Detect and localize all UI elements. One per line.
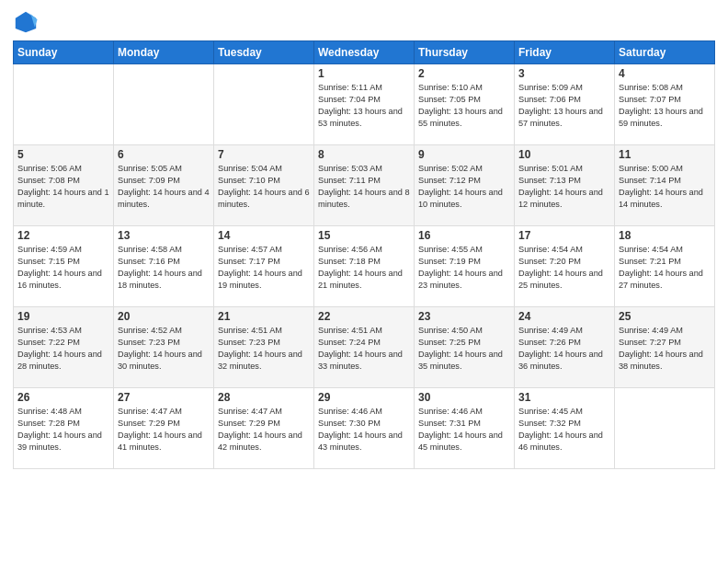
calendar-cell: 31Sunrise: 4:45 AM Sunset: 7:32 PM Dayli… [515, 388, 615, 469]
cell-content: Sunrise: 4:54 AM Sunset: 7:21 PM Dayligh… [619, 244, 711, 292]
day-number: 4 [619, 67, 711, 80]
calendar-cell: 2Sunrise: 5:10 AM Sunset: 7:05 PM Daylig… [415, 64, 515, 145]
day-number: 21 [218, 310, 310, 323]
weekday-header-friday: Friday [515, 41, 615, 64]
cell-content: Sunrise: 4:52 AM Sunset: 7:23 PM Dayligh… [118, 325, 210, 373]
day-number: 11 [619, 148, 711, 161]
cell-content: Sunrise: 5:10 AM Sunset: 7:05 PM Dayligh… [418, 82, 510, 130]
day-number: 14 [218, 229, 310, 242]
cell-content: Sunrise: 5:04 AM Sunset: 7:10 PM Dayligh… [218, 163, 310, 211]
logo [13, 9, 42, 35]
cell-content: Sunrise: 4:55 AM Sunset: 7:19 PM Dayligh… [418, 244, 510, 292]
weekday-header-thursday: Thursday [415, 41, 515, 64]
cell-content: Sunrise: 5:06 AM Sunset: 7:08 PM Dayligh… [17, 163, 109, 211]
cell-content: Sunrise: 4:54 AM Sunset: 7:20 PM Dayligh… [518, 244, 610, 292]
logo-icon [13, 9, 39, 35]
day-number: 16 [418, 229, 510, 242]
day-number: 19 [17, 310, 109, 323]
day-number: 7 [218, 148, 310, 161]
calendar-cell: 19Sunrise: 4:53 AM Sunset: 7:22 PM Dayli… [14, 307, 114, 388]
day-number: 20 [118, 310, 210, 323]
page: SundayMondayTuesdayWednesdayThursdayFrid… [0, 0, 728, 563]
cell-content: Sunrise: 4:49 AM Sunset: 7:27 PM Dayligh… [619, 325, 711, 373]
calendar-cell: 29Sunrise: 4:46 AM Sunset: 7:30 PM Dayli… [314, 388, 415, 469]
day-number: 13 [118, 229, 210, 242]
cell-content: Sunrise: 4:46 AM Sunset: 7:31 PM Dayligh… [418, 406, 510, 454]
calendar-cell: 10Sunrise: 5:01 AM Sunset: 7:13 PM Dayli… [515, 145, 615, 226]
calendar-cell: 20Sunrise: 4:52 AM Sunset: 7:23 PM Dayli… [114, 307, 214, 388]
day-number: 12 [17, 229, 109, 242]
cell-content: Sunrise: 5:05 AM Sunset: 7:09 PM Dayligh… [118, 163, 210, 211]
weekday-header-saturday: Saturday [615, 41, 715, 64]
calendar-cell: 8Sunrise: 5:03 AM Sunset: 7:11 PM Daylig… [314, 145, 415, 226]
calendar-week-1: 1Sunrise: 5:11 AM Sunset: 7:04 PM Daylig… [14, 64, 715, 145]
calendar-cell: 13Sunrise: 4:58 AM Sunset: 7:16 PM Dayli… [114, 226, 214, 307]
calendar-cell: 30Sunrise: 4:46 AM Sunset: 7:31 PM Dayli… [415, 388, 515, 469]
cell-content: Sunrise: 4:48 AM Sunset: 7:28 PM Dayligh… [17, 406, 109, 454]
calendar-cell: 11Sunrise: 5:00 AM Sunset: 7:14 PM Dayli… [615, 145, 715, 226]
cell-content: Sunrise: 4:49 AM Sunset: 7:26 PM Dayligh… [518, 325, 610, 373]
day-number: 29 [318, 391, 410, 404]
day-number: 25 [619, 310, 711, 323]
day-number: 10 [518, 148, 610, 161]
cell-content: Sunrise: 5:01 AM Sunset: 7:13 PM Dayligh… [518, 163, 610, 211]
day-number: 23 [418, 310, 510, 323]
cell-content: Sunrise: 4:45 AM Sunset: 7:32 PM Dayligh… [518, 406, 610, 454]
cell-content: Sunrise: 4:51 AM Sunset: 7:24 PM Dayligh… [318, 325, 410, 373]
calendar-week-3: 12Sunrise: 4:59 AM Sunset: 7:15 PM Dayli… [14, 226, 715, 307]
calendar-table: SundayMondayTuesdayWednesdayThursdayFrid… [13, 40, 715, 469]
cell-content: Sunrise: 4:47 AM Sunset: 7:29 PM Dayligh… [118, 406, 210, 454]
calendar-cell: 12Sunrise: 4:59 AM Sunset: 7:15 PM Dayli… [14, 226, 114, 307]
calendar-cell: 28Sunrise: 4:47 AM Sunset: 7:29 PM Dayli… [214, 388, 314, 469]
cell-content: Sunrise: 4:46 AM Sunset: 7:30 PM Dayligh… [318, 406, 410, 454]
calendar-week-5: 26Sunrise: 4:48 AM Sunset: 7:28 PM Dayli… [14, 388, 715, 469]
cell-content: Sunrise: 4:51 AM Sunset: 7:23 PM Dayligh… [218, 325, 310, 373]
day-number: 31 [518, 391, 610, 404]
calendar-cell: 27Sunrise: 4:47 AM Sunset: 7:29 PM Dayli… [114, 388, 214, 469]
cell-content: Sunrise: 5:00 AM Sunset: 7:14 PM Dayligh… [619, 163, 711, 211]
calendar-cell: 26Sunrise: 4:48 AM Sunset: 7:28 PM Dayli… [14, 388, 114, 469]
calendar-cell: 21Sunrise: 4:51 AM Sunset: 7:23 PM Dayli… [214, 307, 314, 388]
calendar-cell: 9Sunrise: 5:02 AM Sunset: 7:12 PM Daylig… [415, 145, 515, 226]
day-number: 9 [418, 148, 510, 161]
calendar-cell: 17Sunrise: 4:54 AM Sunset: 7:20 PM Dayli… [515, 226, 615, 307]
calendar-cell: 15Sunrise: 4:56 AM Sunset: 7:18 PM Dayli… [314, 226, 415, 307]
calendar-cell: 18Sunrise: 4:54 AM Sunset: 7:21 PM Dayli… [615, 226, 715, 307]
cell-content: Sunrise: 4:59 AM Sunset: 7:15 PM Dayligh… [17, 244, 109, 292]
header [13, 9, 715, 35]
weekday-header-monday: Monday [114, 41, 214, 64]
weekday-header-sunday: Sunday [14, 41, 114, 64]
day-number: 26 [17, 391, 109, 404]
calendar-cell: 7Sunrise: 5:04 AM Sunset: 7:10 PM Daylig… [214, 145, 314, 226]
weekday-header-tuesday: Tuesday [214, 41, 314, 64]
day-number: 22 [318, 310, 410, 323]
cell-content: Sunrise: 4:57 AM Sunset: 7:17 PM Dayligh… [218, 244, 310, 292]
calendar-cell: 14Sunrise: 4:57 AM Sunset: 7:17 PM Dayli… [214, 226, 314, 307]
calendar-cell: 25Sunrise: 4:49 AM Sunset: 7:27 PM Dayli… [615, 307, 715, 388]
calendar-cell: 23Sunrise: 4:50 AM Sunset: 7:25 PM Dayli… [415, 307, 515, 388]
day-number: 28 [218, 391, 310, 404]
cell-content: Sunrise: 4:50 AM Sunset: 7:25 PM Dayligh… [418, 325, 510, 373]
calendar-cell: 6Sunrise: 5:05 AM Sunset: 7:09 PM Daylig… [114, 145, 214, 226]
day-number: 3 [518, 67, 610, 80]
cell-content: Sunrise: 4:58 AM Sunset: 7:16 PM Dayligh… [118, 244, 210, 292]
calendar-cell: 22Sunrise: 4:51 AM Sunset: 7:24 PM Dayli… [314, 307, 415, 388]
cell-content: Sunrise: 4:53 AM Sunset: 7:22 PM Dayligh… [17, 325, 109, 373]
day-number: 5 [17, 148, 109, 161]
weekday-header-wednesday: Wednesday [314, 41, 415, 64]
calendar-cell [214, 64, 314, 145]
calendar-cell [14, 64, 114, 145]
day-number: 18 [619, 229, 711, 242]
day-number: 24 [518, 310, 610, 323]
day-number: 6 [118, 148, 210, 161]
day-number: 30 [418, 391, 510, 404]
cell-content: Sunrise: 4:47 AM Sunset: 7:29 PM Dayligh… [218, 406, 310, 454]
calendar-cell [114, 64, 214, 145]
cell-content: Sunrise: 5:09 AM Sunset: 7:06 PM Dayligh… [518, 82, 610, 130]
day-number: 15 [318, 229, 410, 242]
calendar-cell: 24Sunrise: 4:49 AM Sunset: 7:26 PM Dayli… [515, 307, 615, 388]
calendar-cell: 1Sunrise: 5:11 AM Sunset: 7:04 PM Daylig… [314, 64, 415, 145]
day-number: 1 [318, 67, 410, 80]
cell-content: Sunrise: 4:56 AM Sunset: 7:18 PM Dayligh… [318, 244, 410, 292]
calendar-week-2: 5Sunrise: 5:06 AM Sunset: 7:08 PM Daylig… [14, 145, 715, 226]
